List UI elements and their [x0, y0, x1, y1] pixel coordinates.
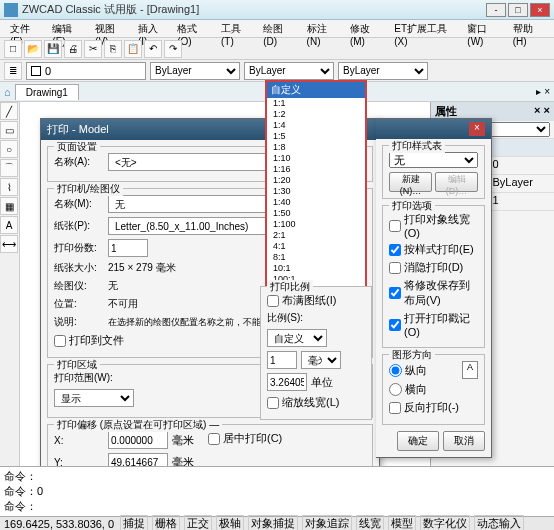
- edit-style-button[interactable]: 编辑(D)…: [435, 172, 478, 192]
- titlebar: ZWCAD Classic 试用版 - [Drawing1] - □ ×: [0, 0, 554, 20]
- scale-option[interactable]: 2:1: [267, 230, 365, 241]
- print-area-select[interactable]: 显示: [54, 389, 134, 407]
- lineweight-select[interactable]: ByLayer: [338, 62, 428, 80]
- tab-close-icon[interactable]: ▸ ×: [536, 86, 550, 97]
- cancel-button[interactable]: 取消: [443, 431, 485, 451]
- undo-icon[interactable]: ↶: [144, 40, 162, 58]
- props-close-icon[interactable]: × ×: [534, 104, 550, 119]
- scale-option[interactable]: 1:16: [267, 164, 365, 175]
- center-check[interactable]: [208, 433, 220, 445]
- menu-item[interactable]: 视图(V): [89, 20, 132, 37]
- polyline-icon[interactable]: ⌇: [0, 178, 18, 196]
- status-toggle[interactable]: 动态输入: [474, 515, 524, 530]
- landscape-radio[interactable]: [389, 383, 402, 396]
- style-select[interactable]: 无: [389, 152, 478, 168]
- maximize-btn[interactable]: □: [508, 3, 528, 17]
- new-style-button[interactable]: 新建(N)…: [389, 172, 432, 192]
- circle-icon[interactable]: ○: [0, 140, 18, 158]
- status-toggle[interactable]: 数字化仪: [420, 515, 470, 530]
- copy-icon[interactable]: ⎘: [104, 40, 122, 58]
- open-icon[interactable]: 📂: [24, 40, 42, 58]
- scale-option[interactable]: 1:5: [267, 131, 365, 142]
- redo-icon[interactable]: ↷: [164, 40, 182, 58]
- status-toggle[interactable]: 对象捕捉: [248, 515, 298, 530]
- menu-item[interactable]: 文件(F): [4, 20, 46, 37]
- paste-icon[interactable]: 📋: [124, 40, 142, 58]
- color-select[interactable]: ByLayer: [150, 62, 240, 80]
- menu-item[interactable]: 标注(N): [301, 20, 344, 37]
- print-close-btn[interactable]: ×: [469, 122, 485, 136]
- status-toggle[interactable]: 模型: [388, 515, 416, 530]
- arc-icon[interactable]: ⌒: [0, 159, 18, 177]
- opt5-check[interactable]: [389, 319, 401, 331]
- dim-icon[interactable]: ⟷: [0, 235, 18, 253]
- scale-select[interactable]: 自定义: [267, 329, 327, 347]
- menu-item[interactable]: 修改(M): [344, 20, 388, 37]
- app-title: ZWCAD Classic 试用版 - [Drawing1]: [22, 2, 486, 17]
- command-area[interactable]: 命令： 命令：0 命令： 命令：_PLOT 命令: _PLOT: [0, 466, 554, 516]
- line-icon[interactable]: ╱: [0, 102, 18, 120]
- opt1-check[interactable]: [389, 220, 401, 232]
- portrait-radio[interactable]: [389, 364, 402, 377]
- menu-item[interactable]: 工具(T): [215, 20, 257, 37]
- status-toggle[interactable]: 捕捉: [120, 515, 148, 530]
- scale-unit2-input[interactable]: [267, 373, 307, 391]
- status-toggle[interactable]: 线宽: [356, 515, 384, 530]
- close-btn[interactable]: ×: [530, 3, 550, 17]
- scale-unit-select[interactable]: 毫米: [301, 351, 341, 369]
- app-icon: [4, 3, 18, 17]
- fit-check[interactable]: [267, 295, 279, 307]
- menu-item[interactable]: 编辑(E): [46, 20, 89, 37]
- hatch-icon[interactable]: ▦: [0, 197, 18, 215]
- status-toggle[interactable]: 栅格: [152, 515, 180, 530]
- linetype-select[interactable]: ByLayer: [244, 62, 334, 80]
- opt4-check[interactable]: [389, 287, 401, 299]
- scale-option[interactable]: 1:4: [267, 120, 365, 131]
- tab-home-icon[interactable]: ⌂: [4, 86, 11, 98]
- menubar: 文件(F)编辑(E)视图(V)插入(I)格式(O)工具(T)绘图(D)标注(N)…: [0, 20, 554, 38]
- statusbar: 169.6425, 533.8036, 0 捕捉栅格正交极轴对象捕捉对象追踪线宽…: [0, 516, 554, 530]
- scale-unit1-input[interactable]: [267, 351, 297, 369]
- status-toggle[interactable]: 极轴: [216, 515, 244, 530]
- minimize-btn[interactable]: -: [486, 3, 506, 17]
- opt3-check[interactable]: [389, 262, 401, 274]
- left-toolbar: ╱ ▭ ○ ⌒ ⌇ ▦ A ⟷: [0, 102, 20, 482]
- status-toggle[interactable]: 正交: [184, 515, 212, 530]
- scale-lw-check[interactable]: [267, 397, 279, 409]
- menu-item[interactable]: 格式(O): [171, 20, 215, 37]
- reverse-check[interactable]: [389, 402, 401, 414]
- tab-drawing1[interactable]: Drawing1: [15, 84, 79, 100]
- opt2-check[interactable]: [389, 244, 401, 256]
- scale-option[interactable]: 4:1: [267, 241, 365, 252]
- text-icon[interactable]: A: [0, 216, 18, 234]
- new-icon[interactable]: □: [4, 40, 22, 58]
- coords-display: 169.6425, 533.8036, 0: [4, 518, 114, 530]
- ok-button[interactable]: 确定: [397, 431, 439, 451]
- copies-input[interactable]: [108, 239, 148, 257]
- save-icon[interactable]: 💾: [44, 40, 62, 58]
- layer-icon[interactable]: ≣: [4, 62, 22, 80]
- scale-option[interactable]: 1:30: [267, 186, 365, 197]
- scale-option[interactable]: 1:8: [267, 142, 365, 153]
- status-toggle[interactable]: 对象追踪: [302, 515, 352, 530]
- scale-option[interactable]: 8:1: [267, 252, 365, 263]
- scale-option[interactable]: 1:20: [267, 175, 365, 186]
- print-to-file-check[interactable]: [54, 335, 66, 347]
- layer-combo[interactable]: 0: [26, 62, 146, 80]
- menu-item[interactable]: 帮助(H): [507, 20, 550, 37]
- scale-option[interactable]: 1:100: [267, 219, 365, 230]
- scale-option[interactable]: 10:1: [267, 263, 365, 274]
- scale-option[interactable]: 1:10: [267, 153, 365, 164]
- scale-option[interactable]: 1:2: [267, 109, 365, 120]
- print-icon[interactable]: 🖨: [64, 40, 82, 58]
- cut-icon[interactable]: ✂: [84, 40, 102, 58]
- menu-item[interactable]: 窗口(W): [461, 20, 506, 37]
- menu-item[interactable]: 插入(I): [132, 20, 171, 37]
- menu-item[interactable]: 绘图(D): [257, 20, 300, 37]
- offset-x-input[interactable]: [108, 431, 168, 449]
- rect-icon[interactable]: ▭: [0, 121, 18, 139]
- scale-option[interactable]: 1:50: [267, 208, 365, 219]
- scale-option[interactable]: 1:40: [267, 197, 365, 208]
- menu-item[interactable]: ET扩展工具(X): [388, 20, 461, 37]
- scale-option[interactable]: 1:1: [267, 98, 365, 109]
